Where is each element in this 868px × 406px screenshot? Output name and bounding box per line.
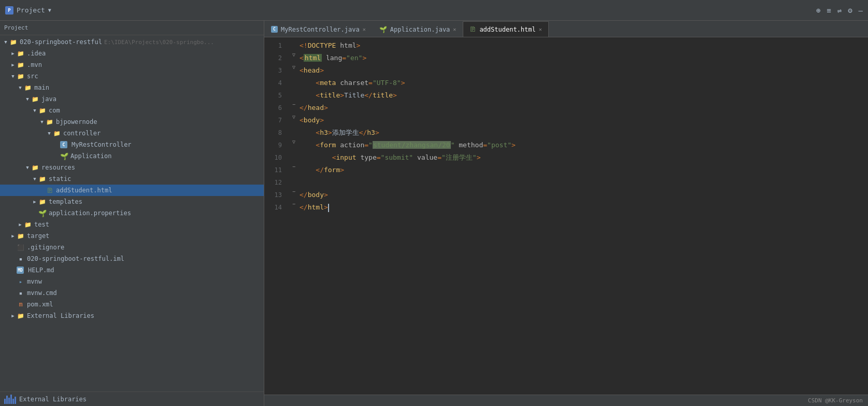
code-line-7: 7 ▽ <body>: [264, 114, 868, 127]
gitignore-label: .gitignore: [27, 244, 64, 251]
resources-icon: 📁: [31, 163, 39, 172]
tree-static[interactable]: ▼ 📁 static: [0, 173, 264, 185]
code-text-5: <title>Title</title>: [297, 89, 868, 102]
idea-label: .idea: [27, 50, 46, 57]
tree-mvnw[interactable]: ▸ mvnw: [0, 276, 264, 287]
crosshair-icon[interactable]: ⊕: [816, 6, 820, 15]
project-icon: P: [5, 6, 13, 15]
tab-myrestcontroller-close[interactable]: ✕: [363, 26, 366, 32]
tree-gitignore[interactable]: ⬛ .gitignore: [0, 242, 264, 253]
com-icon: 📁: [38, 106, 47, 115]
code-line-14: 14 − </html>: [264, 201, 868, 214]
target-arrow: ▶: [9, 233, 17, 239]
appprops-label: application.properties: [49, 209, 131, 217]
project-label: Project: [17, 6, 45, 14]
code-line-3: 3 ▽ <head>: [264, 64, 868, 77]
bjpowernode-arrow: ▼: [38, 119, 46, 124]
tab-addstudent-close[interactable]: ✕: [539, 26, 542, 32]
templates-icon: 📁: [38, 198, 47, 206]
line-num-10: 10: [264, 151, 290, 164]
tree-pom[interactable]: m pom.xml: [0, 299, 264, 310]
tab-addstudent[interactable]: 🖹 addStudent.html ✕: [463, 21, 548, 37]
line-num-4: 4: [264, 77, 290, 89]
tab-application-icon: 🌱: [379, 26, 387, 33]
tree-com[interactable]: ▼ 📁 com: [0, 105, 264, 116]
extlibs-arrow: ▶: [9, 313, 17, 318]
tree-target[interactable]: ▶ 📁 target: [0, 230, 264, 242]
line-num-14: 14: [264, 201, 290, 214]
tree-src[interactable]: ▼ 📁 src: [0, 71, 264, 82]
java-arrow: ▼: [24, 96, 31, 102]
appprops-icon: 🌱: [38, 209, 47, 217]
sort-icon[interactable]: ⇌: [837, 6, 842, 15]
tree-controller[interactable]: ▼ 📁 controller: [0, 128, 264, 139]
controller-icon: 📁: [53, 129, 61, 137]
tab-myrestcontroller[interactable]: C MyRestController.java ✕: [264, 21, 373, 37]
main-arrow: ▼: [17, 85, 24, 90]
tree-mvnwcmd[interactable]: ▪ mvnw.cmd: [0, 287, 264, 299]
code-text-2: <html lang="en">: [297, 52, 868, 64]
line-num-7: 7: [264, 114, 290, 127]
tree-help[interactable]: MD HELP.md: [0, 264, 264, 276]
tree-test[interactable]: ▶ 📁 test: [0, 219, 264, 230]
code-line-6: 6 − </head>: [264, 102, 868, 114]
code-line-12: 12: [264, 176, 868, 189]
tree-addstudent[interactable]: 🖹 addStudent.html: [0, 185, 264, 196]
minimize-icon[interactable]: —: [859, 6, 863, 15]
tree-templates[interactable]: ▶ 📁 templates: [0, 196, 264, 207]
templates-arrow: ▶: [31, 199, 38, 204]
line-num-11: 11: [264, 164, 290, 176]
line-num-13: 13: [264, 189, 290, 201]
tree-resources[interactable]: ▼ 📁 resources: [0, 162, 264, 173]
main-icon: 📁: [24, 83, 32, 92]
editor-tabs: C MyRestController.java ✕ 🌱 Application.…: [264, 21, 868, 37]
src-label: src: [27, 73, 38, 80]
tree-idea[interactable]: ▶ 📁 .idea: [0, 48, 264, 59]
tree-mvn[interactable]: ▶ 📁 .mvn: [0, 59, 264, 71]
tree-application[interactable]: 🌱 Application: [0, 150, 264, 162]
fold-14: −: [290, 201, 297, 207]
bottom-bar: External Libraries: [0, 391, 264, 406]
tree-myrestcontroller[interactable]: C MyRestController: [0, 139, 264, 150]
file-tree: ▼ 📁 020-springboot-restful E:\IDEA\Proje…: [0, 35, 264, 391]
mvn-arrow: ▶: [9, 62, 17, 67]
list-icon[interactable]: ≡: [827, 6, 831, 15]
target-icon: 📁: [17, 232, 25, 240]
tab-application[interactable]: 🌱 Application.java ✕: [373, 21, 463, 37]
title-bar: P Project ▼ ⊕ ≡ ⇌ ⚙ —: [0, 0, 868, 21]
tree-appprops[interactable]: 🌱 application.properties: [0, 207, 264, 219]
bjpowernode-icon: 📁: [46, 118, 54, 126]
tree-bjpowernode[interactable]: ▼ 📁 bjpowernode: [0, 116, 264, 128]
code-line-9: 9 ▽ <form action="student/zhangsan/20" m…: [264, 139, 868, 151]
title-bar-icons: ⊕ ≡ ⇌ ⚙ —: [816, 6, 863, 15]
code-text-3: <head>: [297, 64, 868, 77]
editor-content: 1 <!DOCTYPE html> 2 ▽ <html lang="en"> 3…: [264, 37, 868, 395]
fold-7: ▽: [290, 114, 297, 120]
templates-label: templates: [49, 198, 82, 205]
tab-application-close[interactable]: ✕: [453, 26, 456, 32]
line-num-5: 5: [264, 89, 290, 102]
test-arrow: ▶: [17, 222, 24, 227]
static-arrow: ▼: [31, 176, 38, 181]
help-label: HELP.md: [28, 267, 54, 274]
gear-icon[interactable]: ⚙: [848, 6, 852, 15]
tree-iml[interactable]: ▪ 020-springboot-restful.iml: [0, 253, 264, 264]
code-text-4: <meta charset="UTF-8">: [297, 77, 868, 89]
code-line-13: 13 − </body>: [264, 189, 868, 201]
dropdown-arrow[interactable]: ▼: [48, 7, 51, 13]
code-line-4: 4 <meta charset="UTF-8">: [264, 77, 868, 89]
controller-arrow: ▼: [46, 131, 53, 136]
tree-java[interactable]: ▼ 📁 java: [0, 93, 264, 105]
tree-main[interactable]: ▼ 📁 main: [0, 82, 264, 93]
tree-extlibs[interactable]: ▶ 📁 External Libraries: [0, 310, 264, 321]
fold-2: ▽: [290, 52, 297, 58]
code-text-1: <!DOCTYPE html>: [297, 39, 868, 52]
title-bar-left: P Project ▼: [5, 6, 51, 15]
root-path: E:\IDEA\Projects\020-springbo...: [104, 39, 214, 46]
tree-root[interactable]: ▼ 📁 020-springboot-restful E:\IDEA\Proje…: [0, 36, 264, 48]
code-line-2: 2 ▽ <html lang="en">: [264, 52, 868, 64]
tab-addstudent-label: addStudent.html: [479, 26, 535, 33]
fold-11: −: [290, 164, 297, 170]
idea-icon: 📁: [17, 49, 25, 58]
static-icon: 📁: [38, 175, 47, 183]
